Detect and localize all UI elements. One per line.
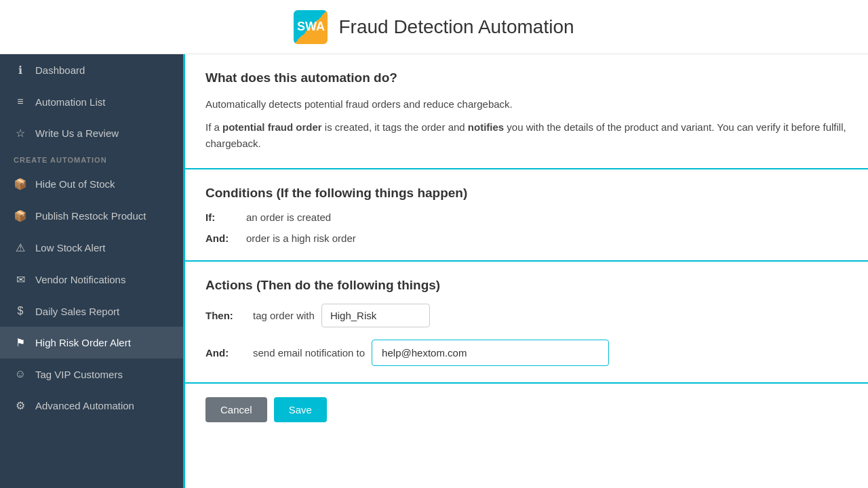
sidebar-item-advanced-automation[interactable]: ⚙ Advanced Automation [0, 390, 183, 422]
sidebar-label-publish-restock: Publish Restock Product [35, 210, 146, 222]
person-icon: ☺ [14, 368, 27, 380]
star-icon: ☆ [14, 127, 27, 140]
sidebar-item-high-risk-order-alert[interactable]: ⚑ High Risk Order Alert [0, 327, 183, 359]
condition-if-label: If: [205, 211, 246, 223]
conditions-title: Conditions (If the following things happ… [205, 186, 848, 201]
actions-title: Actions (Then do the following things) [205, 278, 848, 293]
conditions-section: Conditions (If the following things happ… [185, 169, 868, 262]
sidebar-item-daily-sales-report[interactable]: $ Daily Sales Report [0, 296, 183, 327]
sidebar-item-automation-list[interactable]: ≡ Automation List [0, 86, 183, 117]
sidebar-item-publish-restock[interactable]: 📦 Publish Restock Product [0, 200, 183, 232]
tag-input[interactable] [321, 304, 430, 327]
sidebar-label-write-review: Write Us a Review [35, 127, 119, 139]
sidebar-label-vendor-notifications: Vendor Notifications [35, 274, 125, 285]
app-header: SWA Fraud Detection Automation [0, 0, 868, 54]
app-logo: SWA [294, 10, 328, 44]
sidebar-item-low-stock-alert[interactable]: ⚠ Low Stock Alert [0, 232, 183, 264]
email-input[interactable] [372, 340, 609, 366]
what-body2-mid: is created, it tags the order and [322, 121, 468, 133]
save-button[interactable]: Save [274, 397, 327, 422]
what-section: What does this automation do? Automatica… [185, 54, 868, 169]
info-icon: ℹ [14, 64, 27, 77]
sidebar-label-high-risk-order-alert: High Risk Order Alert [35, 337, 131, 348]
logo-text: SWA [297, 20, 325, 34]
sidebar-label-daily-sales-report: Daily Sales Report [35, 306, 119, 317]
sidebar-label-hide-out-of-stock: Hide Out of Stock [35, 178, 115, 190]
what-body2-bold2: notifies [468, 121, 504, 133]
sidebar-label-low-stock-alert: Low Stock Alert [35, 242, 105, 253]
what-section-body: Automatically detects potential fraud or… [205, 96, 848, 152]
sidebar-label-automation-list: Automation List [35, 96, 105, 108]
flag-icon: ⚑ [14, 336, 27, 349]
body-layout: ℹ Dashboard ≡ Automation List ☆ Write Us… [0, 54, 868, 488]
cancel-button[interactable]: Cancel [205, 397, 267, 422]
condition-and-row: And: order is a high risk order [205, 232, 848, 244]
action-and-text: send email notification to [253, 347, 365, 359]
sidebar-item-hide-out-of-stock[interactable]: 📦 Hide Out of Stock [0, 168, 183, 200]
dollar-icon: $ [14, 305, 27, 317]
mail-icon: ✉ [14, 273, 27, 286]
condition-if-value: an order is created [246, 211, 331, 223]
what-body-2: If a potential fraud order is created, i… [205, 119, 848, 152]
action-then-row: Then: tag order with [205, 304, 848, 327]
action-then-label: Then: [205, 310, 246, 321]
sidebar-item-tag-vip-customers[interactable]: ☺ Tag VIP Customers [0, 359, 183, 390]
restock-icon: 📦 [14, 209, 27, 222]
button-row: Cancel Save [185, 384, 868, 436]
condition-and-label: And: [205, 232, 246, 244]
what-section-title: What does this automation do? [205, 70, 848, 85]
warning-icon: ⚠ [14, 241, 27, 254]
sidebar: ℹ Dashboard ≡ Automation List ☆ Write Us… [0, 54, 183, 488]
sidebar-section-create: CREATE AUTOMATION [0, 149, 183, 168]
condition-if-row: If: an order is created [205, 211, 848, 223]
page-title: Fraud Detection Automation [338, 16, 574, 38]
what-body-1: Automatically detects potential fraud or… [205, 96, 848, 113]
box-icon: 📦 [14, 178, 27, 190]
sidebar-item-write-review[interactable]: ☆ Write Us a Review [0, 117, 183, 149]
sidebar-label-tag-vip-customers: Tag VIP Customers [35, 369, 123, 380]
sidebar-label-dashboard: Dashboard [35, 64, 85, 76]
gear-icon: ⚙ [14, 399, 27, 412]
actions-section: Actions (Then do the following things) T… [185, 262, 868, 384]
sidebar-item-dashboard[interactable]: ℹ Dashboard [0, 54, 183, 86]
what-body2-before: If a [205, 121, 222, 133]
list-icon: ≡ [14, 96, 27, 108]
sidebar-label-advanced-automation: Advanced Automation [35, 400, 134, 411]
condition-and-value: order is a high risk order [246, 232, 356, 244]
main-content: What does this automation do? Automatica… [183, 54, 868, 488]
action-then-text: tag order with [253, 310, 315, 321]
sidebar-item-vendor-notifications[interactable]: ✉ Vendor Notifications [0, 264, 183, 296]
action-and-row: And: send email notification to [205, 340, 848, 366]
what-body2-bold1: potential fraud order [222, 121, 322, 133]
action-and-label: And: [205, 347, 246, 359]
